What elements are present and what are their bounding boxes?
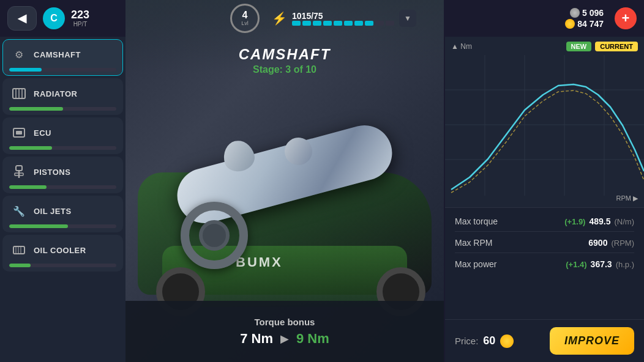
sidebar: ⚙ CAMSHAFT RADIATOR ECU: [0, 37, 125, 362]
ecu-progress-fill: [9, 146, 52, 150]
header: ◀ C 223 HP/T 4 Lvl ⚡ 1015/75: [0, 0, 644, 37]
gear-center: [199, 220, 230, 251]
svg-rect-9: [13, 246, 24, 254]
oil-cooler-icon: [9, 240, 29, 260]
pistons-icon: [9, 162, 29, 182]
stat-delta-max-torque: (+1.9): [564, 217, 585, 226]
stage-label: Stage: 3 of 10: [253, 64, 316, 75]
stat-unit-max-rpm: (RPM): [611, 238, 634, 248]
price-label: Price:: [455, 336, 478, 346]
energy-dot-10: [386, 21, 394, 26]
stat-row-max-torque: Max torque (+1.9) 489.5 (N/m): [455, 216, 634, 232]
radiator-icon: [9, 84, 29, 103]
back-arrow-icon: ◀: [18, 12, 26, 25]
badge-new: NEW: [566, 42, 592, 51]
oil-cooler-progress-fill: [9, 264, 31, 267]
sidebar-item-oil-jets[interactable]: 🔧 OIL JETS: [2, 196, 123, 232]
stat-value-group-max-power: (+1.4) 367.3 (h.p.): [566, 259, 634, 269]
ecu-progress-bg: [9, 146, 116, 150]
energy-dot-8: [365, 21, 373, 26]
sidebar-item-header-pistons: PISTONS: [9, 162, 116, 182]
stat-value-group-max-torque: (+1.9) 489.5 (N/m): [564, 216, 634, 226]
camshaft-progress-fill: [9, 68, 42, 72]
coins-value: 84 747: [577, 19, 604, 29]
price-coin-icon: [500, 334, 514, 348]
sidebar-item-header-oil-jets: 🔧 OIL JETS: [9, 201, 116, 221]
energy-value: 1015/75: [292, 11, 394, 21]
chart-header: ▲ Nm NEW CURRENT: [451, 42, 638, 51]
torque-panel: Torque bonus 7 Nm ▶ 9 Nm: [125, 301, 444, 362]
rpm-label: RPM ▶: [616, 194, 638, 202]
sidebar-item-pistons[interactable]: PISTONS: [2, 157, 123, 193]
sidebar-item-ecu[interactable]: ECU: [2, 117, 123, 154]
right-bottom-bar: Price: 60 IMPROVE: [445, 319, 644, 362]
energy-dot-2: [302, 21, 311, 26]
chart-badges: NEW CURRENT: [566, 42, 638, 51]
level-badge: 4 Lvl: [230, 4, 260, 33]
hp-value: 223: [71, 9, 89, 21]
stat-name-max-rpm: Max RPM: [455, 238, 492, 248]
stat-value-max-rpm: 6900: [588, 238, 607, 248]
pistons-progress-bg: [9, 185, 116, 189]
energy-dot-3: [313, 21, 321, 26]
stat-value-group-max-rpm: 6900 (RPM): [585, 238, 634, 248]
stat-row-max-power: Max power (+1.4) 367.3 (h.p.): [455, 259, 634, 274]
energy-bar: [292, 21, 394, 26]
sidebar-item-header-camshaft: ⚙ CAMSHAFT: [9, 45, 116, 64]
add-currency-button[interactable]: +: [615, 7, 637, 29]
torque-values: 7 Nm ▶ 9 Nm: [240, 331, 329, 347]
energy-dropdown-button[interactable]: ▼: [399, 10, 416, 27]
radiator-progress-fill: [9, 107, 63, 111]
sidebar-item-oil-cooler[interactable]: OIL COOLER: [2, 235, 123, 272]
gems-row: 5 096: [570, 8, 604, 18]
gems-value: 5 096: [582, 8, 604, 18]
torque-new-value: 9 Nm: [296, 331, 329, 347]
improve-button[interactable]: IMPROVE: [550, 327, 634, 355]
stat-value-max-power: 367.3: [591, 259, 612, 269]
oil-jets-progress-fill: [9, 224, 68, 228]
stats-area: Max torque (+1.9) 489.5 (N/m) Max RPM 69…: [445, 208, 644, 319]
badge-current: CURRENT: [595, 42, 638, 51]
energy-info: 1015/75: [292, 11, 394, 26]
energy-dot-6: [344, 21, 353, 26]
pistons-progress-fill: [9, 185, 47, 189]
torque-bonus-label: Torque bonus: [255, 317, 315, 327]
price-section: Price: 60: [455, 334, 514, 348]
camshaft-display: [156, 86, 413, 269]
chevron-down-icon: ▼: [404, 14, 411, 23]
sidebar-item-header-oil-cooler: OIL COOLER: [9, 240, 116, 260]
torque-chart: [445, 55, 644, 196]
level-number: 4: [242, 10, 248, 20]
sidebar-label-camshaft: CAMSHAFT: [34, 50, 81, 59]
sidebar-item-camshaft[interactable]: ⚙ CAMSHAFT: [2, 39, 123, 76]
center-content: CAMSHAFT Stage: 3 of 10 Torque bonus 7 N…: [125, 37, 444, 362]
energy-dot-9: [375, 21, 384, 26]
coins-row: 84 747: [565, 19, 604, 29]
sidebar-label-pistons: PISTONS: [34, 168, 70, 177]
oil-jets-progress-bg: [9, 224, 116, 228]
hp-unit: HP/T: [73, 21, 88, 28]
sidebar-item-radiator[interactable]: RADIATOR: [2, 78, 123, 115]
energy-section: ⚡ 1015/75 ▼: [272, 10, 416, 27]
torque-arrow-icon: ▶: [280, 332, 289, 345]
hp-display: 223 HP/T: [71, 9, 89, 28]
plus-icon: +: [622, 10, 630, 26]
part-title: CAMSHAFT: [239, 46, 331, 63]
back-button[interactable]: ◀: [7, 6, 37, 31]
gem-icon: [570, 8, 580, 18]
torque-old-value: 7 Nm: [240, 331, 273, 347]
sidebar-item-header-ecu: ECU: [9, 123, 116, 142]
sidebar-label-oil-jets: OIL JETS: [34, 207, 72, 216]
sidebar-label-ecu: ECU: [34, 128, 51, 138]
camshaft-progress-bg: [9, 68, 116, 72]
stat-delta-max-power: (+1.4): [566, 260, 586, 269]
svg-rect-6: [16, 166, 22, 171]
player-badge: C: [43, 7, 65, 29]
energy-dot-7: [354, 21, 363, 26]
radiator-progress-bg: [9, 107, 116, 111]
svg-rect-5: [16, 131, 22, 135]
coin-icon: [565, 19, 575, 29]
sidebar-label-radiator: RADIATOR: [34, 89, 77, 98]
right-panel: ▲ Nm NEW CURRENT RPM ▶ Max torque: [445, 37, 644, 362]
chart-area: ▲ Nm NEW CURRENT RPM ▶: [445, 37, 644, 208]
